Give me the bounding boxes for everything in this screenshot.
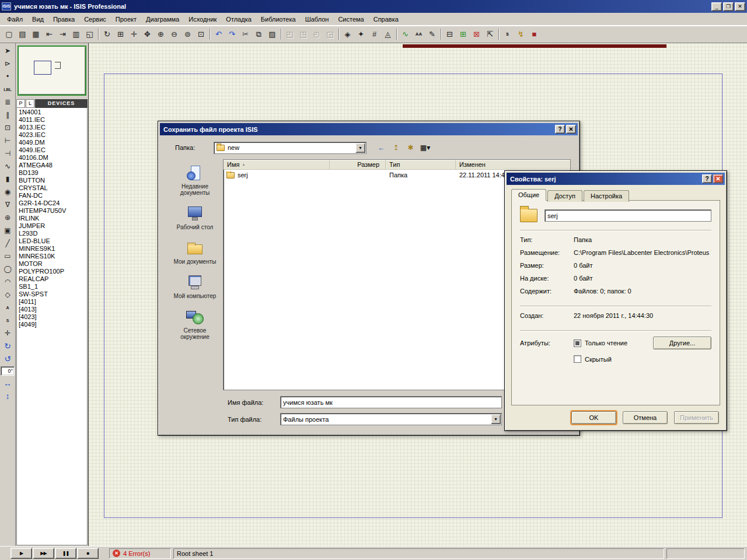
- block-rotate-button[interactable]: ◴: [310, 27, 323, 41]
- step-button[interactable]: ▶▶: [33, 548, 54, 559]
- other-attributes-button[interactable]: Другие...: [653, 337, 711, 349]
- terminal-button[interactable]: ⊢: [1, 134, 14, 147]
- toolbar-separator[interactable]: [208, 27, 212, 41]
- 2d-circle-button[interactable]: ◯: [1, 262, 14, 275]
- toolbar-separator[interactable]: [439, 27, 443, 41]
- 2d-line-button[interactable]: ╱: [1, 237, 14, 250]
- menu-item[interactable]: Правка: [48, 14, 79, 24]
- chevron-down-icon[interactable]: ▼: [491, 414, 501, 424]
- properties-help-button[interactable]: ?: [702, 174, 712, 183]
- place-my-computer[interactable]: Мой компьютер: [169, 274, 221, 299]
- device-list-item[interactable]: 4013.IEC: [19, 124, 87, 131]
- subcircuit-button[interactable]: ⊡: [1, 121, 14, 134]
- electrical-rules-check-button[interactable]: ↯: [514, 27, 528, 41]
- bus-mode-button[interactable]: ∥: [1, 108, 14, 121]
- column-header[interactable]: Размер: [330, 160, 386, 169]
- filetype-combobox[interactable]: Файлы проекта ▼: [280, 413, 502, 425]
- device-list-item[interactable]: MINRES9K1: [19, 245, 87, 253]
- toolbar-separator[interactable]: [279, 27, 283, 41]
- device-list-item[interactable]: G2R-14-DC24: [19, 200, 87, 207]
- device-list-item[interactable]: [4023]: [19, 313, 87, 321]
- error-status-panel[interactable]: ✕ 4 Error(s): [109, 548, 171, 559]
- tab[interactable]: Доступ: [547, 190, 582, 202]
- virtual-instruments-button[interactable]: ▣: [1, 224, 14, 237]
- cancel-button[interactable]: Отмена: [623, 411, 668, 424]
- place-recent-documents[interactable]: Недавние документы: [169, 164, 221, 196]
- device-list-item[interactable]: REALCAP: [19, 275, 87, 283]
- device-list-item[interactable]: 4049.DM: [19, 139, 87, 146]
- device-list-item[interactable]: CRYSTAL: [19, 184, 87, 192]
- folder-combobox[interactable]: new ▼: [214, 142, 366, 154]
- device-list-item[interactable]: HITEMP47U50V: [19, 207, 87, 215]
- menu-item[interactable]: Проект: [111, 14, 141, 24]
- menu-item[interactable]: Исходник: [184, 14, 221, 24]
- property-assignment-button[interactable]: ✎: [425, 27, 439, 41]
- toolbar-separator[interactable]: [96, 27, 100, 41]
- readonly-checkbox[interactable]: [574, 340, 581, 347]
- minimize-button[interactable]: _: [711, 2, 722, 11]
- mark-output-area-button[interactable]: ◱: [83, 27, 96, 41]
- menu-item[interactable]: Система: [333, 14, 368, 24]
- toolbar-separator[interactable]: [497, 27, 501, 41]
- component-mode-button[interactable]: ⊳: [1, 57, 14, 70]
- 2d-path-button[interactable]: ◇: [1, 288, 14, 301]
- device-list-item[interactable]: 1N4001: [19, 108, 87, 116]
- 2d-marker-button[interactable]: ✛: [1, 327, 14, 340]
- h-mirror-button[interactable]: ↔: [1, 377, 14, 390]
- tab[interactable]: Общие: [511, 189, 546, 201]
- device-list-item[interactable]: FAN-DC: [19, 192, 87, 200]
- block-delete-button[interactable]: ◲: [323, 27, 337, 41]
- place-my-documents[interactable]: Мои документы: [169, 239, 221, 265]
- new-folder-button[interactable]: ✱: [404, 141, 417, 154]
- chevron-down-icon[interactable]: ▼: [355, 143, 365, 153]
- library-manager-button[interactable]: L: [26, 99, 34, 108]
- exit-to-parent-button[interactable]: ⇱: [483, 27, 497, 41]
- device-list-item[interactable]: [4011]: [19, 298, 87, 306]
- 2d-text-button[interactable]: A: [1, 301, 14, 314]
- device-list-item[interactable]: JUMPER: [19, 222, 87, 230]
- column-header[interactable]: Имя ▲: [224, 160, 330, 169]
- stop-button[interactable]: ■: [77, 548, 99, 559]
- redo-button[interactable]: ↷: [225, 27, 239, 41]
- device-pin-button[interactable]: ⊣: [1, 147, 14, 160]
- 2d-box-button[interactable]: ▭: [1, 250, 14, 262]
- up-level-button[interactable]: ↥: [389, 141, 403, 154]
- wire-autorouter-button[interactable]: ∿: [399, 27, 412, 41]
- new-sheet-button[interactable]: ⊞: [456, 27, 470, 41]
- netlist-to-ares-button[interactable]: ■: [528, 27, 541, 41]
- view-menu-button[interactable]: ▦▾: [418, 141, 432, 154]
- device-list-item[interactable]: MOTOR: [19, 260, 87, 268]
- menu-item[interactable]: Вид: [27, 14, 48, 24]
- column-header[interactable]: Тип: [386, 160, 456, 169]
- ok-button[interactable]: OK: [571, 411, 616, 424]
- export-section-button[interactable]: ⇥: [56, 27, 69, 41]
- device-list-item[interactable]: IRLINK: [19, 215, 87, 222]
- zoom-in-button[interactable]: ⊕: [154, 27, 167, 41]
- device-list-item[interactable]: POLYPRO100P: [19, 268, 87, 275]
- generator-button[interactable]: ◉: [1, 186, 14, 198]
- junction-dot-button[interactable]: •: [1, 70, 14, 83]
- place-desktop[interactable]: Рабочий стол: [169, 205, 221, 230]
- back-button[interactable]: ←: [375, 141, 388, 154]
- make-device-button[interactable]: ✦: [354, 27, 368, 41]
- decompose-button[interactable]: ◬: [381, 27, 395, 41]
- menu-item[interactable]: Диаграмма: [141, 14, 184, 24]
- play-button[interactable]: ▶: [11, 548, 32, 559]
- hidden-checkbox[interactable]: [574, 355, 581, 363]
- zoom-area-button[interactable]: ⊡: [194, 27, 208, 41]
- device-list-item[interactable]: SB1_1: [19, 283, 87, 290]
- save-design-button[interactable]: ▦: [29, 27, 43, 41]
- remove-sheet-button[interactable]: ⊠: [470, 27, 483, 41]
- device-list-item[interactable]: 40106.DM: [19, 154, 87, 162]
- tab[interactable]: Настройка: [584, 190, 629, 202]
- new-design-button[interactable]: ▢: [2, 27, 16, 41]
- menu-item[interactable]: Сервис: [79, 14, 111, 24]
- device-list-item[interactable]: SW-SPST: [19, 290, 87, 298]
- device-list-item[interactable]: 4023.IEC: [19, 131, 87, 139]
- graph-mode-button[interactable]: ∿: [1, 160, 14, 173]
- block-move-button[interactable]: ◳: [296, 27, 310, 41]
- menu-item[interactable]: Шаблон: [301, 14, 334, 24]
- design-explorer-button[interactable]: ⊟: [443, 27, 456, 41]
- text-script-button[interactable]: ≣: [1, 96, 14, 108]
- current-probe-button[interactable]: ⊕: [1, 211, 14, 224]
